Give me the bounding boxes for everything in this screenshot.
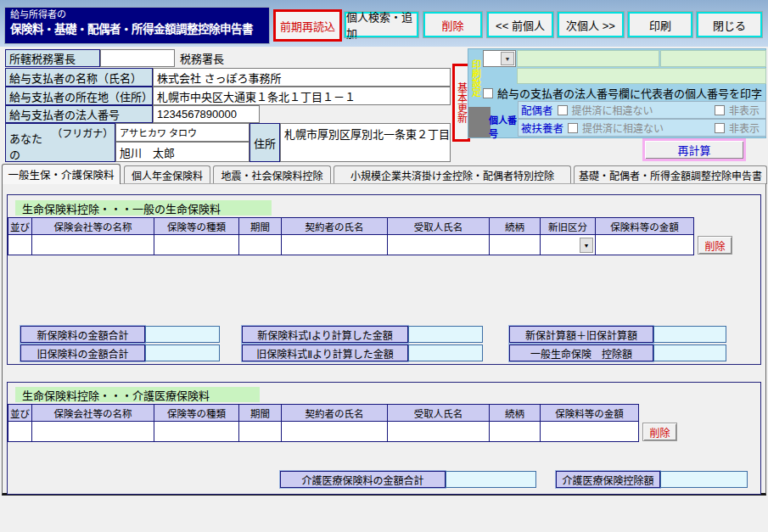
care-medical-table-header: 並び 保険会社等の名称 保険等の種類 期間 契約者の氏名 受取人氏名 続柄 保険… (8, 404, 639, 422)
dependent-label: 被扶養者 (521, 120, 563, 136)
col-order: 並び (8, 218, 32, 234)
old-total-field[interactable] (145, 344, 220, 361)
my-number-label: 個人番号 (489, 113, 518, 140)
combined-label: 新保計算額＋旧保計算額 (509, 326, 653, 343)
employer-name-label: 給与支払者の名称（氏名） (5, 68, 153, 87)
dependent-hide-label: 非表示 (729, 120, 760, 135)
chevron-down-icon[interactable]: ▼ (501, 52, 514, 65)
new-calc-label: 新保険料式Ⅰより計算した金額 (242, 326, 408, 343)
rep-number-checkbox[interactable] (483, 88, 493, 98)
page-title-line2: 保険料・基礎・配偶者・所得金額調整控除申告書 (10, 20, 264, 39)
close-button[interactable]: 閉じる (697, 12, 762, 37)
next-person-button[interactable]: 次個人 >> (558, 12, 624, 37)
employer-address-label: 給与支払者の所在地（住所） (5, 87, 153, 105)
employer-name-input[interactable]: 株式会社 さっぽろ事務所 (153, 68, 451, 87)
dependent-mynumber-row: 被扶養者 提供済に相違ない 非表示 (518, 119, 766, 137)
col-type: 保険等の種類 (154, 218, 239, 234)
table-cell[interactable] (154, 235, 239, 255)
tab-earthquake-social[interactable]: 地震・社会保険料控除 (213, 165, 331, 184)
col-company: 保険会社等の名称 (32, 405, 154, 421)
tax-office-input[interactable] (100, 49, 175, 67)
delete-person-button[interactable]: 削除 (423, 12, 482, 37)
table-cell[interactable] (239, 422, 282, 441)
employee-name-input[interactable]: 旭川 太郎 (115, 142, 249, 162)
old-calc-field[interactable] (408, 344, 483, 361)
care-medical-delete-row-button[interactable]: 削除 (642, 423, 677, 441)
spouse-hide-checkbox[interactable] (715, 105, 725, 115)
print-settings-vertical-label: 印刷設定 (468, 50, 482, 106)
combined-field[interactable] (653, 326, 726, 343)
col-relationship: 続柄 (490, 405, 541, 421)
table-cell[interactable] (388, 235, 490, 255)
table-cell[interactable] (239, 235, 282, 255)
print-setting-field-1[interactable] (517, 50, 659, 67)
employee-furigana-input[interactable]: アサヒカワ タロウ (115, 123, 249, 142)
previous-person-button[interactable]: << 前個人 (487, 12, 553, 37)
corporate-number-input[interactable]: 1234567890000 (153, 105, 260, 123)
col-premium: 保険料等の金額 (541, 405, 638, 421)
table-cell[interactable] (282, 235, 388, 255)
table-cell[interactable] (596, 235, 693, 255)
col-period: 期間 (239, 405, 282, 421)
employer-address-input[interactable]: 札幌市中央区大通東１条北１丁目１－１ (153, 87, 451, 105)
table-cell[interactable] (32, 422, 154, 441)
tax-office-label: 所轄税務署長 (5, 49, 100, 67)
page-title: 給与所得者の 保険料・基礎・配偶者・所得金額調整控除申告書 (4, 7, 270, 44)
new-old-dropdown-cell[interactable]: ▼ (541, 235, 596, 255)
table-cell[interactable] (490, 422, 541, 441)
table-cell[interactable] (490, 235, 541, 255)
old-total-label: 旧保険料の金額合計 (20, 344, 145, 361)
col-new-old: 新旧区分 (541, 218, 596, 234)
page-title-line1: 給与所得者の (10, 9, 264, 20)
table-cell[interactable] (154, 422, 239, 441)
new-total-field[interactable] (145, 326, 220, 343)
table-cell[interactable] (32, 235, 154, 255)
table-cell[interactable] (282, 422, 388, 441)
general-life-section-title: 生命保険料控除・・・一般の生命保険料 (15, 200, 272, 216)
general-life-table-header: 並び 保険会社等の名称 保険等の種類 期間 契約者の氏名 受取人氏名 続柄 新旧… (8, 217, 694, 235)
chevron-down-icon[interactable]: ▼ (580, 238, 593, 253)
general-life-delete-row-button[interactable]: 削除 (698, 236, 732, 255)
spouse-hide-label: 非表示 (729, 103, 760, 117)
care-total-field[interactable] (446, 471, 536, 488)
general-deduction-field[interactable] (653, 344, 726, 361)
care-total-label: 介護医療保険料の金額合計 (280, 471, 446, 488)
old-calc-label: 旧保険料式Ⅱより計算した金額 (242, 344, 408, 361)
spouse-provided-checkbox[interactable] (558, 105, 568, 115)
rep-number-checkbox-label: 給与の支払者の法人番号欄に代表者の個人番号を印字 (497, 85, 762, 101)
panel-gray-block (468, 107, 491, 137)
recalculate-button[interactable]: 再計算 (642, 138, 746, 161)
dependent-provided-checkbox[interactable] (568, 123, 578, 133)
person-search-add-button[interactable]: 個人検索・追加 (345, 12, 418, 37)
reload-previous-period-button[interactable]: 前期再読込 (273, 9, 342, 42)
col-order: 並び (8, 405, 32, 421)
col-beneficiary: 受取人氏名 (388, 218, 490, 234)
tab-basic-spouse-adjustment[interactable]: 基礎・配偶者・所得金額調整控除申告書 (574, 165, 767, 184)
tab-general-life-care[interactable]: 一般生保・介護保険料 (2, 164, 121, 184)
table-cell[interactable] (541, 422, 638, 441)
new-total-label: 新保険料の金額合計 (20, 326, 145, 343)
new-calc-field[interactable] (408, 326, 483, 343)
dependent-hide-checkbox[interactable] (715, 123, 725, 133)
corporate-number-label: 給与支払者の法人番号 (5, 105, 153, 123)
table-cell[interactable] (388, 422, 490, 441)
print-setting-field-3[interactable] (517, 68, 766, 84)
col-contractor: 契約者の氏名 (282, 218, 388, 234)
print-style-dropdown[interactable]: ▼ (483, 50, 516, 67)
print-button[interactable]: 印刷 (628, 12, 692, 37)
care-deduction-field[interactable] (660, 471, 748, 488)
table-cell[interactable] (8, 235, 32, 255)
employee-address-input[interactable]: 札幌市厚別区厚別北一条東２丁目1- (280, 123, 451, 162)
care-medical-table-row (8, 422, 639, 442)
employee-address-label: 住所 (249, 123, 280, 162)
col-period: 期間 (239, 218, 282, 234)
tab-mutual-aid-spouse[interactable]: 小規模企業共済掛け金控除・配偶者特別控除 (334, 165, 571, 184)
table-cell[interactable] (8, 422, 32, 441)
app-window: 給与所得者の 保険料・基礎・配偶者・所得金額調整控除申告書 前期再読込 個人検索… (0, 0, 768, 532)
col-premium: 保険料等の金額 (596, 218, 693, 234)
rep-number-checkbox-row: 給与の支払者の法人番号欄に代表者の個人番号を印字 (483, 85, 766, 101)
your-label: あなたの (9, 130, 52, 162)
tab-personal-pension[interactable]: 個人年金保険料 (124, 165, 210, 184)
print-setting-field-2[interactable] (660, 50, 766, 67)
col-company: 保険会社等の名称 (32, 218, 154, 234)
